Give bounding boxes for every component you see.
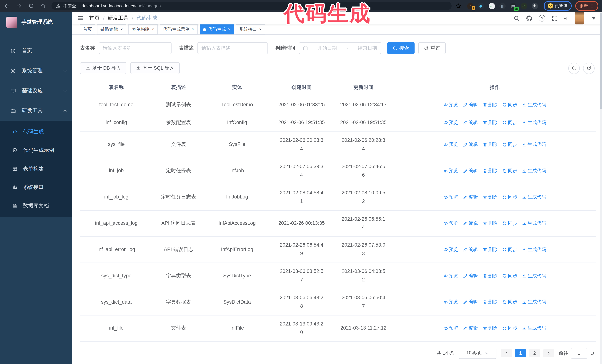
close-icon[interactable]: × (228, 27, 231, 32)
ext-orange-circle-icon[interactable]: ◔1 (467, 3, 473, 9)
close-icon[interactable]: × (259, 27, 262, 32)
tab-代码生成示例[interactable]: 代码生成示例× (160, 24, 198, 34)
action-删除[interactable]: 删除 (483, 119, 497, 127)
ext-dark-on-icon[interactable]: ▤on (510, 3, 516, 9)
sidebar-item-系统管理[interactable]: 系统管理 (0, 61, 72, 81)
ext-bars-icon[interactable]: ▥ (499, 3, 505, 9)
table-desc-input[interactable]: 请输入表描述 (197, 42, 268, 54)
bookmark-star-icon[interactable] (455, 3, 461, 9)
reset-button[interactable]: 重置 (418, 42, 446, 54)
tab-链路追踪[interactable]: 链路追踪× (97, 24, 127, 34)
action-删除[interactable]: 删除 (483, 324, 497, 333)
home-icon[interactable] (40, 3, 46, 9)
ext-monkey-icon[interactable]: ☺ (521, 3, 527, 9)
sidebar-item-首页[interactable]: 首页 (0, 41, 72, 61)
action-删除[interactable]: 删除 (483, 141, 497, 149)
action-预览[interactable]: 预览 (443, 219, 458, 228)
date-range-input[interactable]: 开始日期 - 结束日期 (299, 42, 381, 54)
ext-gem-icon[interactable]: ◆ (478, 3, 484, 9)
table-name-input[interactable]: 请输入表名称 (99, 42, 171, 54)
sidebar-subitem-代码生成示例[interactable]: 代码生成示例 (0, 141, 72, 160)
action-删除[interactable]: 删除 (483, 246, 497, 254)
sidebar-subitem-数据库文档[interactable]: 数据库文档 (0, 197, 72, 215)
action-预览[interactable]: 预览 (443, 101, 458, 109)
action-编辑[interactable]: 编辑 (463, 298, 478, 306)
action-编辑[interactable]: 编辑 (463, 324, 478, 333)
next-page-button[interactable] (543, 349, 554, 357)
help-icon[interactable]: ? (539, 15, 546, 21)
prev-page-button[interactable] (501, 349, 512, 357)
breadcrumb-item[interactable]: 研发工具 (108, 15, 129, 21)
action-删除[interactable]: 删除 (483, 167, 497, 175)
sidebar-subitem-代码生成[interactable]: 代码生成 (0, 123, 72, 141)
action-编辑[interactable]: 编辑 (463, 167, 478, 175)
action-预览[interactable]: 预览 (443, 167, 458, 175)
action-同步[interactable]: 同步 (502, 272, 517, 280)
action-生成代码[interactable]: 生成代码 (522, 193, 546, 201)
action-预览[interactable]: 预览 (443, 324, 458, 333)
goto-page-input[interactable]: 1 (571, 348, 587, 359)
browser-menu-icon[interactable]: ⋮ (590, 3, 594, 9)
action-预览[interactable]: 预览 (443, 141, 458, 149)
github-icon[interactable] (526, 15, 533, 21)
action-同步[interactable]: 同步 (502, 219, 517, 228)
action-同步[interactable]: 同步 (502, 324, 517, 333)
sidebar-subitem-系统接口[interactable]: 系统接口 (0, 178, 72, 197)
page-size-select[interactable]: 10条/页 (459, 348, 496, 359)
close-icon[interactable]: × (192, 27, 195, 32)
scrollbar[interactable] (600, 12, 602, 364)
page-button-1[interactable]: 1 (515, 349, 526, 357)
action-同步[interactable]: 同步 (502, 167, 517, 175)
action-生成代码[interactable]: 生成代码 (522, 298, 546, 306)
tab-首页[interactable]: 首页 (80, 24, 95, 34)
font-size-icon[interactable]: tT (564, 15, 568, 21)
logo-row[interactable]: 芋道管理系统 (0, 12, 72, 32)
page-button-2[interactable]: 2 (529, 349, 540, 357)
action-同步[interactable]: 同步 (502, 298, 517, 306)
close-icon[interactable]: × (151, 27, 154, 32)
avatar[interactable] (575, 12, 584, 24)
action-生成代码[interactable]: 生成代码 (522, 167, 546, 175)
forward-icon[interactable] (16, 3, 22, 9)
action-生成代码[interactable]: 生成代码 (522, 272, 546, 280)
action-生成代码[interactable]: 生成代码 (522, 141, 546, 149)
action-编辑[interactable]: 编辑 (463, 119, 478, 127)
tab-系统接口[interactable]: 系统接口× (236, 24, 265, 34)
toggle-search-button[interactable] (568, 62, 580, 74)
breadcrumb-item[interactable]: 首页 (89, 15, 100, 21)
action-删除[interactable]: 删除 (483, 193, 497, 201)
action-编辑[interactable]: 编辑 (463, 219, 478, 228)
action-同步[interactable]: 同步 (502, 119, 517, 127)
action-生成代码[interactable]: 生成代码 (522, 219, 546, 228)
sidebar-item-研发工具[interactable]: 研发工具 (0, 101, 72, 121)
action-删除[interactable]: 删除 (483, 272, 497, 280)
tab-代码生成[interactable]: 代码生成× (200, 24, 234, 34)
action-生成代码[interactable]: 生成代码 (522, 324, 546, 333)
ext-puzzle-icon[interactable]: ✚ (531, 3, 538, 9)
action-编辑[interactable]: 编辑 (463, 141, 478, 149)
action-编辑[interactable]: 编辑 (463, 272, 478, 280)
scrollbar-thumb[interactable] (600, 13, 602, 109)
action-生成代码[interactable]: 生成代码 (522, 246, 546, 254)
close-icon[interactable]: × (120, 27, 123, 32)
address-bar[interactable]: 不安全 dashboard.yudao.iocoder.cn/tool/code… (52, 2, 452, 10)
ext-green-check-icon[interactable]: ✓ (488, 3, 495, 9)
action-预览[interactable]: 预览 (443, 298, 458, 306)
action-编辑[interactable]: 编辑 (463, 101, 478, 109)
reload-icon[interactable] (28, 3, 34, 9)
paused-pill[interactable]: 已暂停 (544, 1, 572, 11)
hamburger-icon[interactable] (77, 15, 84, 21)
action-编辑[interactable]: 编辑 (463, 246, 478, 254)
chevron-down-icon[interactable] (591, 15, 597, 21)
action-同步[interactable]: 同步 (502, 141, 517, 149)
import-sql-button[interactable]: 基于 SQL 导入 (130, 62, 180, 74)
action-预览[interactable]: 预览 (443, 119, 458, 127)
back-icon[interactable] (4, 3, 10, 9)
sidebar-item-基础设施[interactable]: 基础设施 (0, 81, 72, 101)
action-生成代码[interactable]: 生成代码 (522, 101, 546, 109)
action-预览[interactable]: 预览 (443, 246, 458, 254)
action-同步[interactable]: 同步 (502, 193, 517, 201)
action-预览[interactable]: 预览 (443, 193, 458, 201)
action-同步[interactable]: 同步 (502, 101, 517, 109)
action-生成代码[interactable]: 生成代码 (522, 119, 546, 127)
